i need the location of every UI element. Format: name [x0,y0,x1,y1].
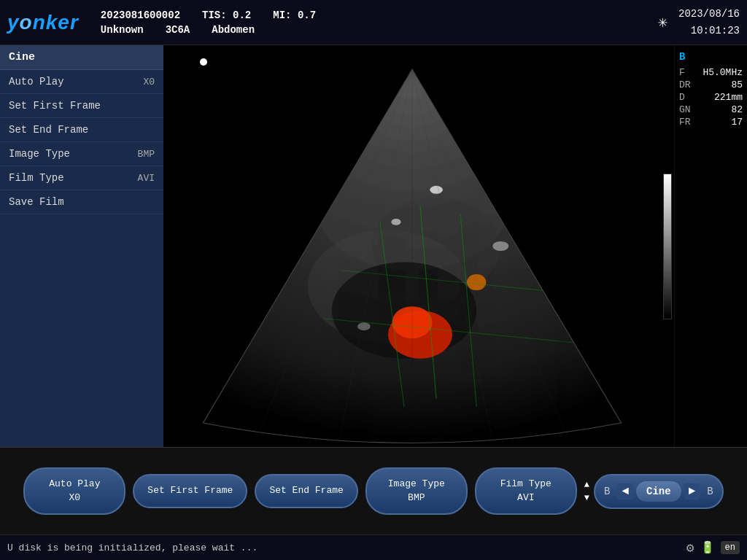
menu-image-type-label: Image Type [9,148,70,160]
svg-point-13 [391,219,400,225]
film-type-button[interactable]: Film Type AVI [475,467,577,514]
datetime: 2023/08/16 10:01:23 [678,6,740,39]
mode-b-right-button[interactable]: B [703,483,717,500]
info-label-f: F [679,67,685,78]
svg-point-12 [430,186,443,194]
image-type-value: BMP [380,491,453,505]
info-label-dr: DR [679,79,691,90]
info-row-d: D 221mm [679,92,743,103]
info-value-gn: 82 [731,104,743,115]
info-value-dr: 85 [731,79,743,90]
logo: yonker [7,11,79,34]
status-icons: ⚙ 🔋 en [686,540,740,556]
info-value-d: 221mm [714,92,743,103]
set-end-frame-label: Set End Frame [269,484,343,497]
tis-field: TIS: 0.2 [202,9,251,21]
info-value-f: H5.0MHz [703,67,743,78]
menu-auto-play[interactable]: Auto Play X0 [0,70,163,94]
status-bar: U disk is being initialized, please wait… [0,534,747,560]
sidebar-header: Cine [0,45,163,70]
grayscale-bar [661,45,674,447]
set-end-frame-button[interactable]: Set End Frame [255,474,357,508]
region-field: Abdomen [212,24,255,36]
imaging-mode: B [679,51,743,63]
date: 2023/08/16 [678,6,740,22]
patient-id-field: 2023081600002 [101,9,180,21]
mi-value: MI: 0.7 [273,9,316,21]
menu-image-type[interactable]: Image Type BMP [0,142,163,166]
cine-nav-arrows: ▲ ▼ [584,480,589,503]
image-type-button[interactable]: Image Type BMP [365,467,468,514]
battery-icon: 🔋 [700,540,715,555]
region-value: Abdomen [212,24,255,36]
header-row-2: Unknown 3C6A Abdomen [101,24,647,36]
cine-prev-button[interactable]: ◄ [617,483,633,499]
info-row-dr: DR 85 [679,79,743,90]
menu-set-first-frame[interactable]: Set First Frame [0,94,163,118]
info-label-fr: FR [679,117,691,128]
patient-id: 2023081600002 [101,9,180,21]
svg-point-15 [357,322,371,330]
info-value-fr: 17 [731,117,743,128]
patient-name-field: Unknown [101,24,144,36]
bottom-controls: Auto Play X0 Set First Frame Set End Fra… [0,447,747,534]
auto-play-label: Auto Play [38,478,111,491]
mode-b-left-button[interactable]: B [600,483,614,500]
header: yonker 2023081600002 TIS: 0.2 MI: 0.7 Un… [0,0,747,45]
menu-film-type-value: AVI [138,173,155,184]
cine-navigator: ▲ ▼ B ◄ Cine ► B [584,474,724,509]
tis-value: TIS: 0.2 [202,9,251,21]
cine-down-arrow[interactable]: ▼ [584,493,589,503]
header-info: 2023081600002 TIS: 0.2 MI: 0.7 Unknown 3… [101,9,647,36]
set-first-frame-button[interactable]: Set First Frame [133,474,247,508]
info-label-d: D [679,92,685,103]
menu-set-first-frame-label: Set First Frame [9,100,101,112]
image-area [163,45,661,447]
menu-image-type-value: BMP [138,149,155,160]
info-row-gn: GN 82 [679,104,743,115]
dot-indicator [200,58,207,66]
probe-field: 3C6A [166,24,190,36]
film-type-value: AVI [489,491,562,505]
svg-point-14 [492,241,508,251]
right-panel: B F H5.0MHz DR 85 D 221mm GN 82 FR 17 [674,45,747,447]
info-row-fr: FR 17 [679,117,743,128]
image-type-label: Image Type [380,478,453,491]
menu-set-end-frame-label: Set End Frame [9,124,88,136]
svg-point-6 [467,274,486,290]
set-first-frame-label: Set First Frame [147,484,233,497]
menu-save-film[interactable]: Save Film [0,190,163,214]
language-badge: en [721,541,740,554]
time: 10:01:23 [678,23,740,39]
cine-next-button[interactable]: ► [684,483,700,499]
header-row-1: 2023081600002 TIS: 0.2 MI: 0.7 [101,9,647,21]
cine-up-arrow[interactable]: ▲ [584,480,589,490]
ultrasound-image [163,45,661,447]
status-message: U disk is being initialized, please wait… [7,542,258,553]
main-area: Cine Auto Play X0 Set First Frame Set En… [0,45,747,447]
grayscale-gradient [663,174,672,319]
menu-film-type[interactable]: Film Type AVI [0,166,163,190]
probe-value: 3C6A [166,24,190,36]
menu-auto-play-value: X0 [143,77,155,88]
auto-play-value: X0 [38,491,111,505]
info-label-gn: GN [679,104,691,115]
menu-film-type-label: Film Type [9,172,64,184]
film-type-label: Film Type [489,478,562,491]
usb-icon: ⚙ [686,540,694,556]
cine-active-mode[interactable]: Cine [636,481,681,502]
menu-save-film-label: Save Film [9,196,64,208]
menu-auto-play-label: Auto Play [9,76,64,88]
menu-set-end-frame[interactable]: Set End Frame [0,118,163,142]
cine-mode-selector: B ◄ Cine ► B [594,474,724,509]
patient-name: Unknown [101,24,144,36]
auto-play-button[interactable]: Auto Play X0 [23,467,125,514]
sidebar: Cine Auto Play X0 Set First Frame Set En… [0,45,163,447]
snowflake-icon: ✳ [658,12,667,32]
mi-field: MI: 0.7 [273,9,316,21]
info-row-f: F H5.0MHz [679,67,743,78]
